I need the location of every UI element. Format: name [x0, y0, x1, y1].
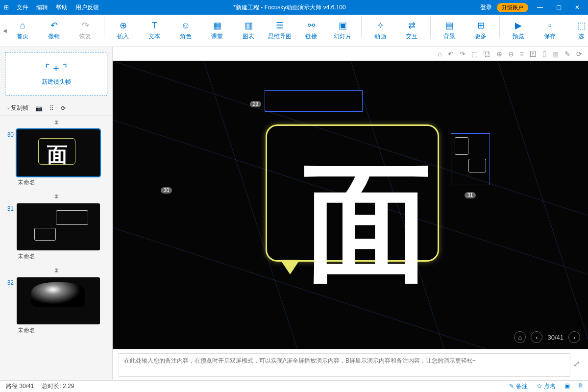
- copy-frame-button[interactable]: ▫ 复制帧: [7, 104, 28, 112]
- 链接-icon: ⚯: [306, 21, 316, 30]
- 动画-icon: ✧: [375, 21, 385, 30]
- notes-panel: ⤢: [113, 349, 588, 380]
- transition-icon[interactable]: ⧗: [0, 192, 112, 200]
- thumb-label: 未命名: [17, 250, 108, 263]
- menu-file[interactable]: 文件: [17, 3, 28, 12]
- toolbar-撤销[interactable]: ↶撤销: [38, 16, 70, 46]
- toolbar-幻灯片[interactable]: ▣幻灯片: [327, 16, 358, 46]
- canvastool-5[interactable]: ⊕: [496, 50, 502, 58]
- toolbar-背景[interactable]: ▤背景: [434, 16, 465, 46]
- qr-button[interactable]: ⠿: [49, 105, 54, 112]
- canvastool-10[interactable]: ▦: [552, 50, 559, 58]
- thumb-number: 31: [4, 203, 14, 212]
- toolbar-更多[interactable]: ⊞更多: [465, 16, 496, 46]
- canvastool-11[interactable]: ✎: [564, 50, 570, 58]
- notes-input[interactable]: [119, 353, 570, 377]
- toolbar-链接[interactable]: ⚯链接: [295, 16, 327, 46]
- toolbar-选[interactable]: ⬚选: [565, 16, 588, 46]
- canvastool-9[interactable]: ⌷: [542, 50, 546, 58]
- 思维导图-icon: ☰: [275, 21, 285, 30]
- toolbar-恢复[interactable]: ↷恢复: [70, 16, 101, 46]
- transition-icon[interactable]: ⧗: [0, 266, 112, 274]
- 撤销-icon: ↶: [49, 21, 59, 30]
- canvastool-4[interactable]: ⿻: [484, 50, 490, 58]
- canvastool-12[interactable]: ⟳: [576, 50, 582, 58]
- toolbar-图表[interactable]: ▥图表: [233, 16, 264, 46]
- plus-icon: ⌜ + ⌝: [45, 62, 67, 75]
- canvastool-8[interactable]: ⚿: [530, 50, 537, 58]
- 首页-icon: ⌂: [18, 21, 27, 30]
- app-icon: ⊞: [4, 4, 9, 11]
- thumb-label: 未命名: [17, 324, 108, 337]
- refresh-button[interactable]: ⟳: [61, 105, 66, 112]
- 交互-icon: ⇄: [407, 21, 416, 30]
- toolbar-collapse[interactable]: ◀: [3, 28, 7, 33]
- 更多-icon: ⊞: [476, 21, 486, 30]
- 背景-icon: ▤: [444, 21, 454, 30]
- toolbar-角色[interactable]: ☺角色: [170, 16, 201, 46]
- toolbar-动画[interactable]: ✧动画: [365, 16, 396, 46]
- menu-edit[interactable]: 编辑: [36, 3, 48, 12]
- transition-icon[interactable]: ⧗: [0, 118, 112, 126]
- camera-button[interactable]: 📷: [35, 105, 43, 112]
- new-frame-button[interactable]: ⌜ + ⌝ 新建镜头帧: [5, 52, 107, 96]
- menu-feedback[interactable]: 用户反馈: [75, 3, 99, 12]
- titlebar: ⊞ 文件 编辑 帮助 用户反馈 *新建工程 - Focusky动画演示大师 v4…: [0, 0, 588, 15]
- canvastool-7[interactable]: ≡: [520, 50, 524, 58]
- toolbar-预览[interactable]: ▶预览: [503, 16, 534, 46]
- thumb-number: 32: [4, 277, 14, 286]
- 恢复-icon: ↷: [80, 21, 90, 30]
- toolbar-课堂[interactable]: ▦课堂: [201, 16, 233, 46]
- upgrade-button[interactable]: 升级账户: [497, 3, 528, 12]
- nav-counter: 30/41: [547, 334, 564, 341]
- 预览-icon: ▶: [514, 21, 523, 30]
- frame-tag-29: 29: [250, 101, 261, 107]
- canvas-nav: ⌂ ‹ 30/41 ›: [514, 331, 580, 343]
- 插入-icon: ⊕: [118, 21, 128, 30]
- nav-home-icon[interactable]: ⌂: [514, 331, 526, 343]
- canvas[interactable]: 29 30 31 面 ⌂ ‹ 30/41 ›: [113, 61, 588, 349]
- notes-expand-icon[interactable]: ⤢: [570, 353, 582, 368]
- thumb-32[interactable]: [17, 277, 100, 324]
- side-panel: ⌜ + ⌝ 新建镜头帧 ▫ 复制帧 📷 ⠿ ⟳ ⧗30面未命名⧗31未命名⧗32…: [0, 47, 113, 380]
- 保存-icon: ▫: [545, 21, 555, 30]
- thumb-31[interactable]: [17, 203, 100, 250]
- 幻灯片-icon: ▣: [338, 21, 347, 30]
- status-bar: 路径 30/41 总时长: 2:29 ✎ 备注 ☆ 点名 ▣ ⎘: [0, 380, 588, 392]
- window-title: *新建工程 - Focusky动画演示大师 v4.6.100: [99, 3, 480, 12]
- status-open-icon[interactable]: ⎘: [579, 382, 582, 391]
- canvas-area: ◀ ⌂↶↷▢⿻⊕⊖≡⚿⌷▦✎⟳ 29 30 31 面 ⌂ ‹ 30/41 ›: [113, 47, 588, 380]
- frame-tag-31: 31: [465, 192, 476, 198]
- new-frame-label: 新建镜头帧: [42, 78, 71, 86]
- canvastool-6[interactable]: ⊖: [508, 50, 514, 58]
- main-glyph: 面: [304, 159, 431, 286]
- close-button[interactable]: ✕: [570, 4, 584, 11]
- toolbar-交互[interactable]: ⇄交互: [396, 16, 427, 46]
- maximize-button[interactable]: ▢: [552, 4, 565, 11]
- canvastool-0[interactable]: ⌂: [438, 50, 441, 58]
- canvastool-2[interactable]: ↷: [460, 50, 466, 58]
- thumb-number: 30: [4, 129, 14, 138]
- 角色-icon: ☺: [181, 21, 191, 30]
- 选-icon: ⬚: [576, 21, 586, 30]
- toolbar-思维导图[interactable]: ☰思维导图: [264, 16, 295, 46]
- frame-tag-30: 30: [161, 187, 172, 194]
- canvastool-3[interactable]: ▢: [471, 50, 478, 58]
- menu-help[interactable]: 帮助: [56, 3, 68, 12]
- toolbar-插入[interactable]: ⊕插入: [107, 16, 139, 46]
- thumb-30[interactable]: 面: [17, 129, 100, 176]
- 图表-icon: ▥: [244, 21, 253, 30]
- nav-next-button[interactable]: ›: [568, 331, 580, 343]
- status-note-button[interactable]: ✎ 备注: [509, 382, 527, 391]
- nav-prev-button[interactable]: ‹: [531, 331, 542, 343]
- toolbar: ◀ ⌂首页↶撤销↷恢复⊕插入T文本☺角色▦课堂▥图表☰思维导图⚯链接▣幻灯片✧动…: [0, 15, 588, 47]
- status-roll-button[interactable]: ☆ 点名: [537, 382, 556, 391]
- toolbar-文本[interactable]: T文本: [139, 16, 170, 46]
- login-link[interactable]: 登录: [480, 3, 492, 12]
- minimize-button[interactable]: ―: [533, 4, 547, 11]
- toolbar-保存[interactable]: ▫保存: [534, 16, 565, 46]
- toolbar-首页[interactable]: ⌂首页: [7, 16, 38, 46]
- canvastool-1[interactable]: ↶: [448, 50, 454, 58]
- status-folder-icon[interactable]: ▣: [564, 382, 570, 391]
- canvas-toolbar: ⌂↶↷▢⿻⊕⊖≡⚿⌷▦✎⟳: [113, 47, 588, 61]
